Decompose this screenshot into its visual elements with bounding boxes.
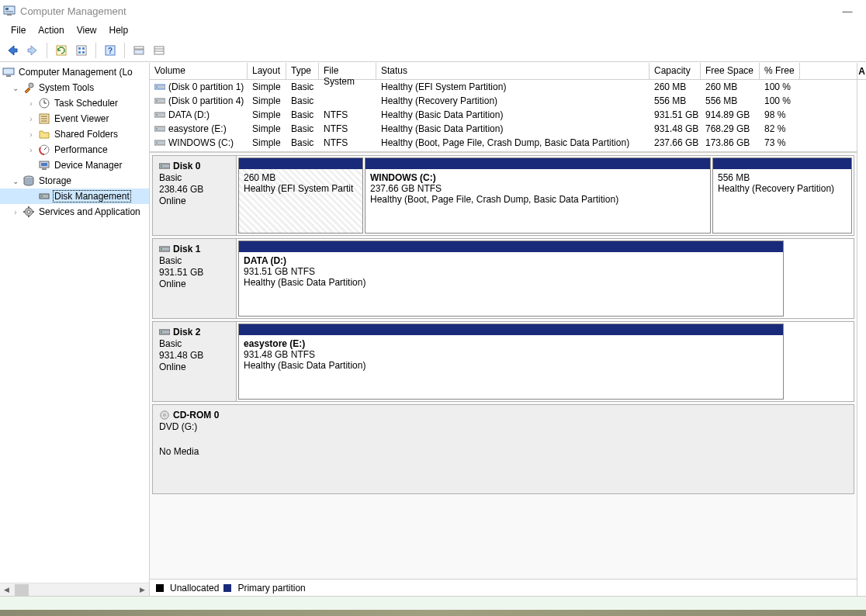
disk-icon bbox=[159, 162, 170, 170]
tree-storage[interactable]: ⌄ Storage bbox=[0, 173, 149, 189]
tree-system-tools[interactable]: ⌄ System Tools bbox=[0, 80, 149, 95]
col-type[interactable]: Type bbox=[286, 63, 319, 79]
svg-point-42 bbox=[156, 114, 158, 116]
volume-name: (Disk 0 partition 1) bbox=[168, 81, 244, 92]
col-status[interactable]: Status bbox=[376, 63, 650, 79]
partition-status: Healthy (EFI System Partit bbox=[244, 183, 358, 194]
cdrom-name: CD-ROM 0 bbox=[159, 410, 230, 420]
status-bar bbox=[0, 596, 866, 610]
col-layout[interactable]: Layout bbox=[248, 63, 286, 79]
disk-row[interactable]: Disk 0Basic238.46 GBOnline260 MBHealthy … bbox=[152, 155, 854, 236]
volume-free: 556 MB bbox=[701, 95, 760, 106]
volume-pct: 82 % bbox=[760, 123, 800, 134]
tree-shared-folders[interactable]: › Shared Folders bbox=[0, 126, 149, 142]
partition[interactable]: 556 MBHealthy (Recovery Partition) bbox=[712, 157, 852, 234]
partition[interactable]: DATA (D:)931.51 GB NTFSHealthy (Basic Da… bbox=[238, 241, 784, 317]
expander-icon[interactable]: › bbox=[26, 99, 36, 108]
disk-state: Online bbox=[159, 362, 230, 372]
col-capacity[interactable]: Capacity bbox=[650, 63, 701, 79]
col-free-space[interactable]: Free Space bbox=[701, 63, 760, 79]
volume-row[interactable]: (Disk 0 partition 1)SimpleBasicHealthy (… bbox=[150, 80, 857, 94]
volume-icon bbox=[154, 97, 165, 105]
volume-type: Basic bbox=[286, 137, 319, 148]
tree-scrollbar[interactable]: ◀ ▶ bbox=[0, 583, 149, 596]
expander-icon[interactable]: › bbox=[26, 114, 36, 123]
col-pct-free[interactable]: % Free bbox=[760, 63, 800, 79]
partition-bar bbox=[239, 241, 783, 252]
toolbar: ? bbox=[0, 39, 866, 62]
legend: Unallocated Primary partition bbox=[150, 579, 857, 596]
tools-icon bbox=[23, 81, 35, 94]
disk-name: Disk 0 bbox=[159, 161, 230, 171]
window-title: Computer Management bbox=[20, 5, 126, 17]
footer-strip bbox=[0, 610, 866, 616]
svg-point-34 bbox=[41, 196, 43, 197]
tree-root[interactable]: Computer Management (Lo bbox=[0, 64, 149, 80]
volume-capacity: 556 MB bbox=[650, 95, 701, 106]
partition-bar bbox=[365, 158, 710, 169]
list-view-button[interactable] bbox=[150, 41, 168, 60]
volume-row[interactable]: easystore (E:)SimpleBasicNTFSHealthy (Ba… bbox=[150, 122, 857, 136]
scroll-right-icon[interactable]: ▶ bbox=[136, 584, 149, 596]
refresh-button[interactable] bbox=[52, 41, 71, 60]
partition-status: Healthy (Boot, Page File, Crash Dump, Ba… bbox=[370, 194, 705, 205]
actions-header[interactable]: A bbox=[857, 63, 866, 80]
clock-icon bbox=[38, 97, 50, 109]
partition-size: 556 MB bbox=[718, 172, 847, 183]
svg-point-52 bbox=[161, 331, 162, 333]
volume-row[interactable]: WINDOWS (C:)SimpleBasicNTFSHealthy (Boot… bbox=[150, 136, 857, 150]
svg-rect-33 bbox=[40, 194, 49, 199]
volume-status: Healthy (Basic Data Partition) bbox=[376, 123, 650, 134]
partition-size: 237.66 GB NTFS bbox=[370, 183, 705, 194]
menu-file[interactable]: File bbox=[5, 23, 32, 37]
detail-view-button[interactable] bbox=[130, 41, 148, 60]
volume-capacity: 931.51 GB bbox=[650, 109, 701, 120]
volume-fs: NTFS bbox=[319, 123, 376, 134]
disk-icon bbox=[159, 245, 170, 253]
volume-rows: (Disk 0 partition 1)SimpleBasicHealthy (… bbox=[150, 80, 857, 150]
scroll-left-icon[interactable]: ◀ bbox=[0, 584, 13, 596]
cdrom-row[interactable]: CD-ROM 0 DVD (G:) No Media bbox=[152, 404, 854, 494]
disk-row[interactable]: Disk 1Basic931.51 GBOnlineDATA (D:)931.5… bbox=[152, 238, 854, 319]
menu-view[interactable]: View bbox=[71, 23, 103, 37]
tree-disk-management[interactable]: Disk Management bbox=[0, 189, 149, 204]
properties-button[interactable] bbox=[72, 41, 91, 60]
expander-icon[interactable]: ⌄ bbox=[11, 83, 20, 92]
forward-button[interactable] bbox=[23, 41, 42, 60]
volume-layout: Simple bbox=[248, 123, 286, 134]
scroll-thumb[interactable] bbox=[15, 584, 29, 596]
disk-row[interactable]: Disk 2Basic931.48 GBOnlineeasystore (E:)… bbox=[152, 321, 854, 402]
expander-icon[interactable]: ⌄ bbox=[11, 176, 20, 185]
col-filesystem[interactable]: File System bbox=[319, 63, 376, 79]
tree-event-viewer[interactable]: › Event Viewer bbox=[0, 111, 149, 126]
partition[interactable]: easystore (E:)931.48 GB NTFSHealthy (Bas… bbox=[238, 324, 784, 400]
partition[interactable]: 260 MBHealthy (EFI System Partit bbox=[238, 157, 363, 234]
tree-pane: Computer Management (Lo ⌄ System Tools ›… bbox=[0, 63, 150, 596]
folder-icon bbox=[38, 128, 50, 140]
expander-icon[interactable]: › bbox=[11, 207, 20, 216]
menu-help[interactable]: Help bbox=[103, 23, 135, 37]
tree[interactable]: Computer Management (Lo ⌄ System Tools ›… bbox=[0, 63, 149, 583]
device-icon bbox=[38, 159, 50, 171]
help-button[interactable]: ? bbox=[101, 41, 120, 60]
partition[interactable]: WINDOWS (C:)237.66 GB NTFSHealthy (Boot,… bbox=[365, 157, 711, 234]
expander-icon[interactable]: › bbox=[26, 130, 36, 139]
volume-icon bbox=[154, 125, 165, 133]
tree-device-manager[interactable]: Device Manager bbox=[0, 157, 149, 173]
volume-row[interactable]: (Disk 0 partition 4)SimpleBasicHealthy (… bbox=[150, 94, 857, 108]
tree-services[interactable]: › Services and Application bbox=[0, 204, 149, 220]
disk-area: Disk 0Basic238.46 GBOnline260 MBHealthy … bbox=[150, 151, 857, 579]
tree-task-scheduler[interactable]: › Task Scheduler bbox=[0, 95, 149, 111]
expander-icon[interactable]: › bbox=[26, 145, 36, 154]
volume-icon bbox=[154, 139, 165, 147]
minimize-button[interactable]: — bbox=[832, 5, 863, 17]
volume-status: Healthy (Boot, Page File, Crash Dump, Ba… bbox=[376, 137, 650, 148]
partition-size: 260 MB bbox=[244, 172, 358, 183]
tree-performance[interactable]: › Performance bbox=[0, 142, 149, 157]
back-button[interactable] bbox=[3, 41, 22, 60]
col-volume[interactable]: Volume bbox=[150, 63, 248, 79]
disk-type: Basic bbox=[159, 338, 230, 349]
partition-title: easystore (E:) bbox=[244, 338, 778, 349]
menu-action[interactable]: Action bbox=[32, 23, 70, 37]
volume-row[interactable]: DATA (D:)SimpleBasicNTFSHealthy (Basic D… bbox=[150, 108, 857, 122]
